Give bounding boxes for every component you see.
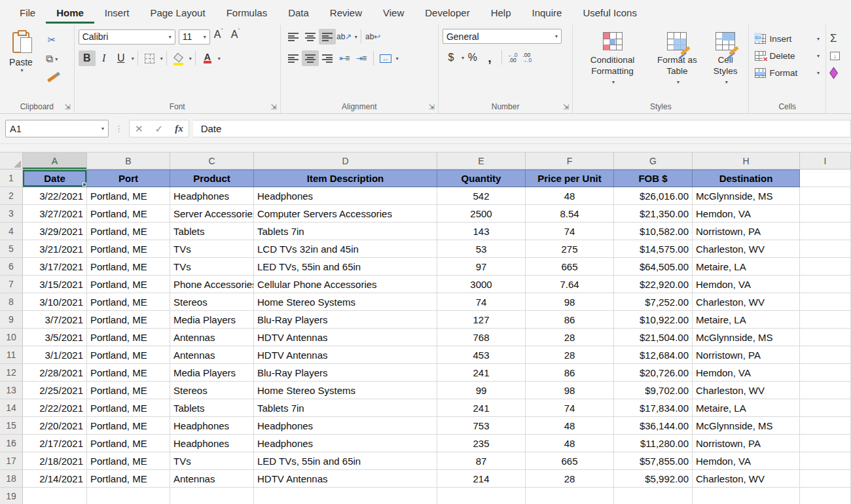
select-all-corner[interactable] (0, 153, 23, 170)
autosum-button[interactable]: Σ (830, 30, 846, 47)
cell[interactable]: 48 (526, 435, 614, 452)
cell[interactable] (800, 470, 851, 488)
cell[interactable]: 127 (437, 311, 526, 329)
comma-style-button[interactable]: , (481, 50, 498, 65)
font-size-select[interactable]: 11▾ (179, 29, 210, 45)
cell[interactable] (800, 276, 851, 293)
insert-function-button[interactable]: fx (175, 123, 183, 134)
cell[interactable]: 3/21/2021 (23, 240, 87, 258)
bottom-align-button[interactable] (319, 29, 336, 45)
cell[interactable] (800, 240, 851, 258)
cell[interactable]: Headphones (254, 435, 437, 452)
cell[interactable]: $5,992.00 (614, 470, 693, 488)
cell[interactable] (800, 205, 851, 223)
clipboard-dialog-launcher[interactable]: ⇲ (64, 103, 70, 111)
enter-button[interactable]: ✓ (155, 123, 164, 135)
cell[interactable]: Portland, ME (87, 470, 170, 488)
cell[interactable]: Home Stereo Systems (254, 382, 437, 399)
cell[interactable]: Portland, ME (87, 311, 170, 329)
cell[interactable]: Tablets (170, 399, 254, 417)
cell[interactable]: Portland, ME (87, 346, 170, 364)
cell[interactable]: HDTV Antennas (254, 329, 437, 346)
font-color-button[interactable]: A (199, 50, 216, 66)
align-right-button[interactable] (319, 50, 336, 66)
tab-developer[interactable]: Developer (414, 1, 480, 24)
cell[interactable]: Hemdon, VA (693, 205, 800, 223)
cell[interactable]: 48 (526, 187, 614, 205)
insert-cells-button[interactable]: Insert▾ (753, 30, 822, 47)
tab-home[interactable]: Home (46, 1, 94, 24)
cell[interactable] (170, 488, 254, 504)
cell[interactable]: 3/17/2021 (23, 258, 87, 276)
cell[interactable]: 87 (437, 452, 526, 470)
cell[interactable]: 97 (437, 258, 526, 276)
align-left-button[interactable] (285, 50, 302, 66)
cell[interactable]: 3/7/2021 (23, 311, 87, 329)
merge-center-button[interactable]: ↔ (377, 50, 394, 66)
cell[interactable] (800, 452, 851, 470)
cell[interactable]: McGlynnside, MS (693, 417, 800, 435)
font-dialog-launcher[interactable]: ⇲ (270, 103, 276, 111)
cell[interactable] (800, 488, 851, 504)
cell[interactable]: Hemdon, VA (693, 276, 800, 293)
cell[interactable]: 2/20/2021 (23, 417, 87, 435)
cell[interactable]: 3/1/2021 (23, 346, 87, 364)
cell[interactable]: Norristown, PA (693, 435, 800, 452)
cell[interactable]: Portland, ME (87, 452, 170, 470)
cell[interactable]: Port (87, 170, 170, 187)
cell[interactable]: $9,702.00 (614, 382, 693, 399)
cell[interactable] (800, 364, 851, 382)
row-header[interactable]: 9 (0, 311, 23, 329)
cell[interactable]: Charleston, WV (693, 382, 800, 399)
cell[interactable] (800, 329, 851, 346)
middle-align-button[interactable] (302, 29, 319, 45)
cell[interactable]: $21,504.00 (614, 329, 693, 346)
cell[interactable]: Antennas (170, 346, 254, 364)
cell[interactable]: 28 (526, 346, 614, 364)
cell[interactable]: Portland, ME (87, 187, 170, 205)
row-header[interactable]: 4 (0, 223, 23, 240)
cell[interactable]: Media Players (170, 311, 254, 329)
tab-formulas[interactable]: Formulas (216, 1, 278, 24)
tab-useful-icons[interactable]: Useful Icons (572, 1, 647, 24)
cell[interactable]: 235 (437, 435, 526, 452)
cell[interactable]: McGlynnside, MS (693, 187, 800, 205)
cell[interactable]: 98 (526, 382, 614, 399)
cell[interactable] (800, 346, 851, 364)
row-header[interactable]: 17 (0, 452, 23, 470)
cell[interactable] (800, 417, 851, 435)
cell[interactable] (437, 488, 526, 504)
column-header-A[interactable]: A (23, 153, 87, 170)
decrease-font-size-button[interactable]: Aˇ (227, 29, 244, 45)
align-center-button[interactable] (302, 50, 319, 66)
cell[interactable]: 3/10/2021 (23, 293, 87, 311)
cell[interactable]: Tablets 7in (254, 399, 437, 417)
conditional-formatting-button[interactable]: Conditional Formatting ▾ (577, 29, 648, 94)
cell[interactable]: Metaire, LA (693, 399, 800, 417)
cell[interactable] (614, 488, 693, 504)
tab-page-layout[interactable]: Page Layout (139, 1, 215, 24)
cell[interactable]: 3000 (437, 276, 526, 293)
cell[interactable]: $20,726.00 (614, 364, 693, 382)
name-box[interactable]: A1▾ (5, 120, 109, 137)
decrease-decimal-button[interactable]: .00→.0 (520, 51, 534, 64)
column-header-E[interactable]: E (437, 153, 526, 170)
cell[interactable]: Headphones (170, 435, 254, 452)
italic-button[interactable]: I (96, 50, 113, 66)
copy-button[interactable]: ⧉▾ (42, 52, 62, 66)
chevron-down-icon[interactable]: ▾ (132, 56, 134, 62)
cell[interactable]: 53 (437, 240, 526, 258)
cell[interactable]: Portland, ME (87, 293, 170, 311)
cell[interactable]: Portland, ME (87, 223, 170, 240)
orientation-button[interactable]: ab↗ (336, 29, 353, 45)
row-header[interactable]: 2 (0, 187, 23, 205)
row-header[interactable]: 19 (0, 488, 23, 504)
cell[interactable]: Portland, ME (87, 240, 170, 258)
row-header[interactable]: 8 (0, 293, 23, 311)
row-header[interactable]: 13 (0, 382, 23, 399)
cell[interactable]: 2/14/2021 (23, 470, 87, 488)
cell[interactable]: Cellular Phone Accessories (254, 276, 437, 293)
cell[interactable]: 74 (526, 223, 614, 240)
cell-styles-button[interactable]: Cell Styles ▾ (706, 29, 744, 94)
row-header[interactable]: 11 (0, 346, 23, 364)
